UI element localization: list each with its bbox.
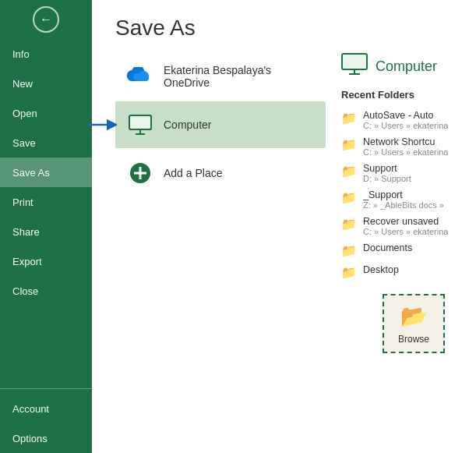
- arrow-pointer: [86, 115, 117, 134]
- sidebar-item-info[interactable]: Info: [0, 39, 92, 69]
- sidebar-item-label: Account: [12, 403, 49, 415]
- sidebar-item-label: Open: [12, 108, 37, 119]
- sidebar-item-label: Save As: [12, 167, 50, 179]
- folder-icon: 📁: [341, 190, 357, 205]
- folder-info: Recover unsaved C: » Users » ekaterina: [363, 216, 448, 236]
- folder-item-4[interactable]: 📁 Recover unsaved C: » Users » ekaterina: [341, 213, 453, 239]
- page-title: Save As: [92, 0, 476, 53]
- folder-name: _Support: [363, 189, 444, 200]
- browse-folder-icon: 📂: [400, 303, 428, 329]
- folder-icon: 📁: [341, 243, 357, 258]
- sidebar-item-options[interactable]: Options: [0, 423, 92, 453]
- folder-name: Desktop: [363, 264, 399, 275]
- sidebar-item-label: Info: [12, 48, 30, 60]
- recent-header: Computer: [341, 53, 453, 80]
- svg-rect-2: [129, 115, 151, 129]
- onedrive-label: Ekaterina Bespalaya's OneDrive: [164, 64, 315, 89]
- folder-name: Documents: [363, 242, 412, 253]
- computer-panel-title: Computer: [376, 58, 437, 75]
- add-place-icon: [126, 159, 154, 187]
- location-computer[interactable]: Computer: [115, 101, 326, 148]
- computer-icon-large: [341, 53, 368, 80]
- computer-icon: [126, 111, 154, 139]
- folder-item-2[interactable]: 📁 Support D: » Support: [341, 160, 453, 186]
- folder-path: Z: » _AbleBits docs »: [363, 200, 444, 210]
- folder-item-3[interactable]: 📁 _Support Z: » _AbleBits docs »: [341, 186, 453, 213]
- folder-name: Network Shortcu: [363, 136, 448, 147]
- location-add-place[interactable]: Add a Place: [115, 150, 326, 196]
- folder-info: AutoSave - Auto C: » Users » ekaterina: [363, 110, 448, 130]
- add-place-label: Add a Place: [164, 167, 223, 179]
- sidebar-item-new[interactable]: New: [0, 69, 92, 98]
- folder-icon: 📁: [341, 217, 357, 232]
- main-content: Save As Ekaterina Bespalaya's OneDrive: [92, 0, 476, 453]
- sidebar-item-export[interactable]: Export: [0, 246, 92, 276]
- folder-path: D: » Support: [363, 174, 411, 183]
- folder-item-6[interactable]: 📁 Desktop: [341, 261, 453, 283]
- folder-info: Desktop: [363, 264, 399, 275]
- back-circle: ←: [33, 6, 59, 33]
- folder-info: Support D: » Support: [363, 163, 411, 183]
- location-onedrive[interactable]: Ekaterina Bespalaya's OneDrive: [115, 53, 326, 100]
- sidebar-item-label: Print: [12, 196, 33, 208]
- computer-label: Computer: [164, 119, 211, 131]
- folder-icon: 📁: [341, 265, 357, 280]
- locations-panel: Ekaterina Bespalaya's OneDrive: [115, 53, 326, 453]
- back-button[interactable]: ←: [0, 0, 92, 39]
- folder-path: C: » Users » ekaterina: [363, 227, 448, 236]
- sidebar-item-label: Options: [12, 433, 48, 444]
- browse-label: Browse: [398, 334, 429, 345]
- folder-path: C: » Users » ekaterina: [363, 147, 448, 157]
- folder-info: Network Shortcu C: » Users » ekaterina: [363, 136, 448, 157]
- onedrive-icon: [126, 62, 154, 90]
- folder-name: AutoSave - Auto: [363, 110, 448, 121]
- sidebar-item-label: New: [12, 78, 33, 90]
- recent-panel: Computer Recent Folders 📁 AutoSave - Aut…: [326, 53, 453, 453]
- svg-rect-8: [342, 54, 367, 69]
- sidebar-item-share[interactable]: Share: [0, 217, 92, 246]
- folder-icon: 📁: [341, 164, 357, 179]
- sidebar-item-save-as[interactable]: Save As: [0, 157, 92, 187]
- folder-item-5[interactable]: 📁 Documents: [341, 239, 453, 261]
- sidebar-item-label: Close: [12, 285, 38, 297]
- folder-item-0[interactable]: 📁 AutoSave - Auto C: » Users » ekaterina: [341, 107, 453, 133]
- folder-info: Documents: [363, 242, 412, 253]
- folder-item-1[interactable]: 📁 Network Shortcu C: » Users » ekaterina: [341, 133, 453, 160]
- sidebar-item-open[interactable]: Open: [0, 98, 92, 128]
- recent-folders-label: Recent Folders: [341, 89, 453, 101]
- folder-icon: 📁: [341, 111, 357, 126]
- browse-button[interactable]: 📂 Browse: [383, 294, 445, 353]
- folder-name: Support: [363, 163, 411, 174]
- sidebar-item-print[interactable]: Print: [0, 187, 92, 217]
- sidebar: ← Info New Open Save Save As Print Share…: [0, 0, 92, 453]
- folder-name: Recover unsaved: [363, 216, 448, 227]
- sidebar-item-label: Save: [12, 137, 36, 149]
- sidebar-divider: [0, 388, 92, 389]
- sidebar-item-label: Export: [12, 256, 42, 267]
- sidebar-item-save[interactable]: Save: [0, 128, 92, 157]
- folder-info: _Support Z: » _AbleBits docs »: [363, 189, 444, 210]
- folder-path: C: » Users » ekaterina: [363, 121, 448, 130]
- sidebar-item-account[interactable]: Account: [0, 394, 92, 423]
- folder-icon: 📁: [341, 137, 357, 152]
- content-area: Ekaterina Bespalaya's OneDrive: [92, 53, 476, 453]
- sidebar-item-label: Share: [12, 226, 40, 238]
- sidebar-item-close[interactable]: Close: [0, 276, 92, 306]
